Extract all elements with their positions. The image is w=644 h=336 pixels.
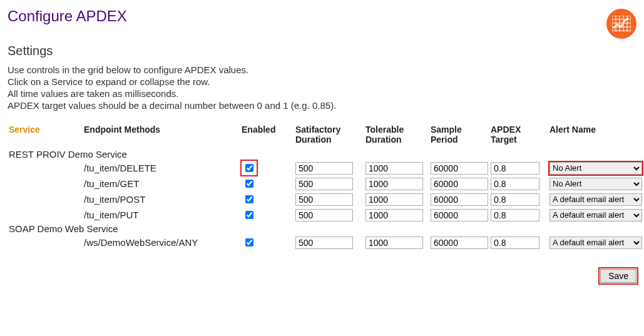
- alert-select[interactable]: No AlertA default email alert: [549, 178, 642, 190]
- table-row: /tu_item/GETNo AlertA default email aler…: [8, 176, 644, 191]
- apdex-input[interactable]: [491, 237, 539, 249]
- sample-input[interactable]: [431, 237, 488, 249]
- apdex-input[interactable]: [491, 193, 539, 206]
- sample-input[interactable]: [431, 178, 488, 190]
- table-row: /ws/DemoWebService/ANYNo AlertA default …: [8, 235, 644, 250]
- sat-input[interactable]: [295, 193, 353, 206]
- page-title: Configure APDEX: [8, 8, 127, 25]
- intro-line: APDEX target values should be a decimal …: [8, 100, 636, 111]
- sample-input[interactable]: [431, 193, 488, 206]
- endpoint-cell: /tu_item/GET: [83, 176, 240, 191]
- apdex-input[interactable]: [491, 178, 539, 190]
- sat-input[interactable]: [295, 178, 353, 190]
- enabled-checkbox[interactable]: [245, 164, 253, 172]
- col-alert-name: Alert Name: [548, 121, 644, 148]
- col-apdex-target: APDEX Target: [489, 121, 548, 148]
- enabled-checkbox[interactable]: [245, 238, 253, 247]
- service-name[interactable]: REST PROIV Demo Service: [8, 148, 644, 160]
- sat-input[interactable]: [295, 237, 353, 249]
- endpoint-cell: /tu_item/POST: [83, 191, 240, 207]
- table-row: /tu_item/DELETENo AlertA default email a…: [8, 160, 644, 176]
- apdex-input[interactable]: [491, 209, 539, 221]
- save-button[interactable]: Save: [600, 269, 636, 283]
- col-tolerable: Tolerable Duration: [364, 121, 429, 148]
- col-satisfactory: Satifactory Duration: [294, 121, 364, 148]
- intro-block: Use controls in the grid below to config…: [8, 64, 636, 111]
- intro-line: Click on a Service to expand or collapse…: [8, 76, 636, 87]
- alert-select[interactable]: No AlertA default email alert: [549, 237, 642, 249]
- col-service[interactable]: Service: [8, 121, 83, 148]
- intro-line: Use controls in the grid below to config…: [8, 64, 636, 75]
- tol-input[interactable]: [365, 193, 423, 206]
- chart-icon[interactable]: [606, 9, 636, 39]
- sample-input[interactable]: [431, 162, 488, 175]
- tol-input[interactable]: [365, 178, 423, 190]
- enabled-checkbox[interactable]: [245, 180, 253, 188]
- apdex-input[interactable]: [491, 162, 539, 175]
- sat-input[interactable]: [295, 162, 353, 175]
- alert-select[interactable]: No AlertA default email alert: [549, 162, 642, 175]
- enabled-checkbox[interactable]: [245, 195, 253, 203]
- endpoint-cell: /ws/DemoWebService/ANY: [83, 235, 240, 250]
- col-sample: Sample Period: [429, 121, 489, 148]
- sample-input[interactable]: [431, 209, 488, 221]
- col-enabled: Enabled: [240, 121, 294, 148]
- endpoint-cell: /tu_item/PUT: [83, 207, 240, 223]
- col-endpoint: Endpoint Methods: [83, 121, 240, 148]
- alert-select[interactable]: No AlertA default email alert: [549, 209, 642, 221]
- intro-line: All time values are taken as millisecond…: [8, 88, 636, 99]
- table-row: /tu_item/PUTNo AlertA default email aler…: [8, 207, 644, 223]
- enabled-checkbox[interactable]: [245, 211, 253, 219]
- table-row: /tu_item/POSTNo AlertA default email ale…: [8, 191, 644, 207]
- alert-select[interactable]: No AlertA default email alert: [549, 193, 642, 206]
- tol-input[interactable]: [365, 237, 423, 249]
- service-name[interactable]: SOAP Demo Web Service: [8, 223, 644, 235]
- sat-input[interactable]: [295, 209, 353, 221]
- section-heading: Settings: [8, 44, 636, 58]
- endpoint-cell: /tu_item/DELETE: [83, 160, 240, 176]
- tol-input[interactable]: [365, 209, 423, 221]
- tol-input[interactable]: [365, 162, 423, 175]
- apdex-grid: Service Endpoint Methods Enabled Satifac…: [8, 121, 644, 250]
